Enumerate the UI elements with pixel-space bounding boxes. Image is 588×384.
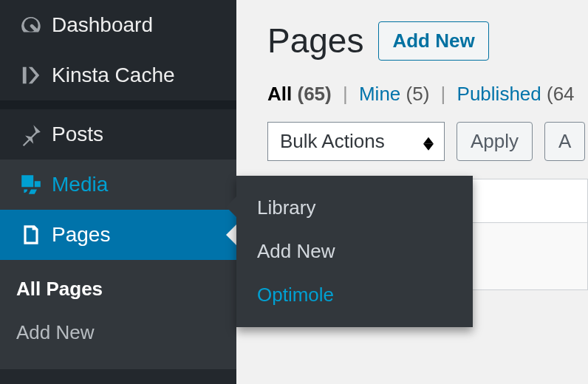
admin-sidebar: Dashboard Kinsta Cache Posts Media Pages… xyxy=(0,0,236,384)
filter-published[interactable]: Published (64 xyxy=(457,83,575,105)
submenu-item-all-pages[interactable]: All Pages xyxy=(0,267,236,311)
menu-separator xyxy=(0,100,236,109)
sidebar-item-posts[interactable]: Posts xyxy=(0,109,236,160)
submenu-item-add-new[interactable]: Add New xyxy=(0,311,236,354)
sidebar-item-label: Kinsta Cache xyxy=(52,64,175,87)
flyout-item-add-new[interactable]: Add New xyxy=(236,230,473,273)
sidebar-item-label: Posts xyxy=(52,123,103,146)
sidebar-item-label: Pages xyxy=(52,223,110,247)
sidebar-item-label: Dashboard xyxy=(52,13,153,37)
add-new-button[interactable]: Add New xyxy=(378,21,488,61)
pages-submenu: All Pages Add New xyxy=(0,260,236,369)
view-filters: All (65) | Mine (5) | Published (64 xyxy=(267,83,588,106)
flyout-item-library[interactable]: Library xyxy=(236,186,473,230)
sidebar-item-pages[interactable]: Pages xyxy=(0,210,236,260)
filter-all[interactable]: All (65) xyxy=(267,83,337,105)
page-title: Pages xyxy=(267,21,363,61)
bulk-actions-row: Bulk Actions Apply A xyxy=(267,122,588,161)
sidebar-item-media[interactable]: Media xyxy=(0,160,236,210)
kinsta-icon xyxy=(16,64,46,87)
heading-row: Pages Add New xyxy=(267,21,588,61)
dashboard-icon xyxy=(16,13,46,37)
bulk-actions-select[interactable]: Bulk Actions xyxy=(267,122,445,161)
sidebar-item-kinsta-cache[interactable]: Kinsta Cache xyxy=(0,50,236,100)
all-dates-select[interactable]: A xyxy=(544,122,585,161)
media-icon xyxy=(16,173,46,196)
apply-button[interactable]: Apply xyxy=(457,122,533,161)
sidebar-item-dashboard[interactable]: Dashboard xyxy=(0,0,236,50)
flyout-item-optimole[interactable]: Optimole xyxy=(236,273,473,317)
pages-icon xyxy=(16,223,46,247)
sidebar-item-label: Media xyxy=(52,173,108,196)
pin-icon xyxy=(16,123,46,146)
media-flyout-submenu: Library Add New Optimole xyxy=(236,176,473,327)
filter-mine[interactable]: Mine (5) xyxy=(359,83,435,105)
